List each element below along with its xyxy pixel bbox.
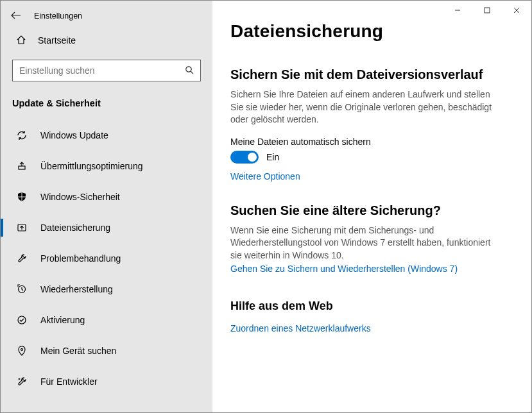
toggle-state-label: Ein	[266, 152, 279, 162]
close-button[interactable]	[502, 1, 531, 20]
check-circle-icon	[16, 314, 28, 326]
delivery-icon	[16, 160, 28, 172]
svg-rect-1	[485, 8, 490, 13]
link-backup-restore-win7[interactable]: Gehen Sie zu Sichern und Wiederherstelle…	[230, 264, 458, 274]
content-pane: Dateiensicherung Sichern Sie mit dem Dat…	[212, 1, 531, 412]
sidebar-item-label: Windows-Sicherheit	[40, 192, 120, 202]
search-box[interactable]	[12, 60, 201, 81]
svg-point-4	[186, 66, 191, 71]
section-heading-file-history: Sichern Sie mit dem Dateiversionsverlauf	[230, 67, 506, 82]
search-input[interactable]	[19, 65, 185, 76]
recovery-icon	[16, 283, 28, 295]
svg-point-11	[19, 378, 20, 380]
toggle-label-backup: Meine Dateien automatisch sichern	[230, 137, 506, 147]
section-heading-older-backup: Suchen Sie eine ältere Sicherung?	[230, 203, 506, 218]
search-icon	[185, 65, 194, 76]
svg-line-5	[191, 71, 193, 74]
sync-icon	[16, 130, 28, 141]
sidebar-item-label: Für Entwickler	[40, 376, 98, 387]
sidebar-item-label: Wiederherstellung	[40, 284, 113, 294]
svg-point-9	[18, 316, 26, 324]
back-button[interactable]	[10, 11, 22, 21]
sidebar-item-label: Problembehandlung	[40, 253, 121, 264]
svg-rect-6	[19, 166, 25, 169]
sidebar-item-label: Mein Gerät suchen	[40, 346, 116, 356]
sidebar-item-windows-update[interactable]: Windows Update	[1, 120, 212, 151]
section-desc-file-history: Sichern Sie Ihre Dateien auf einem ander…	[230, 88, 500, 126]
section-heading-help: Hilfe aus dem Web	[230, 299, 506, 313]
home-icon	[16, 35, 26, 47]
sidebar-item-label: Übermittlungsoptimierung	[40, 161, 143, 171]
svg-point-10	[21, 349, 23, 351]
sidebar-item-backup[interactable]: Dateiensicherung	[1, 212, 212, 243]
link-map-network-drive[interactable]: Zuordnen eines Netzwerklaufwerks	[230, 323, 371, 333]
sidebar-item-recovery[interactable]: Wiederherstellung	[1, 274, 212, 305]
sidebar-item-label: Dateiensicherung	[40, 223, 110, 233]
backup-icon	[16, 222, 28, 233]
maximize-button[interactable]	[472, 1, 502, 20]
sidebar-item-find-device[interactable]: Mein Gerät suchen	[1, 335, 212, 366]
toggle-backup[interactable]	[230, 151, 259, 164]
link-more-options[interactable]: Weitere Optionen	[230, 171, 300, 181]
section-desc-older-backup: Wenn Sie eine Sicherung mit dem Sicherun…	[230, 224, 500, 262]
sidebar-item-for-developers[interactable]: Für Entwickler	[1, 366, 212, 397]
shield-icon	[16, 191, 28, 203]
sidebar-item-label: Aktivierung	[40, 315, 85, 325]
minimize-button[interactable]	[443, 1, 472, 20]
sidebar-category: Update & Sicherheit	[1, 87, 212, 117]
sidebar: Einstellungen Startseite Update & Sicher…	[1, 1, 212, 412]
sidebar-item-activation[interactable]: Aktivierung	[1, 305, 212, 335]
window-title: Einstellungen	[34, 12, 82, 21]
sidebar-item-label: Windows Update	[40, 130, 108, 140]
location-icon	[16, 345, 28, 357]
sidebar-item-delivery-optimization[interactable]: Übermittlungsoptimierung	[1, 151, 212, 181]
developer-icon	[16, 376, 28, 387]
sidebar-item-home[interactable]: Startseite	[1, 26, 212, 55]
wrench-icon	[16, 253, 28, 264]
sidebar-item-label: Startseite	[38, 35, 76, 46]
sidebar-item-security[interactable]: Windows-Sicherheit	[1, 181, 212, 212]
sidebar-item-troubleshoot[interactable]: Problembehandlung	[1, 243, 212, 274]
page-title: Dateiensicherung	[230, 21, 506, 42]
